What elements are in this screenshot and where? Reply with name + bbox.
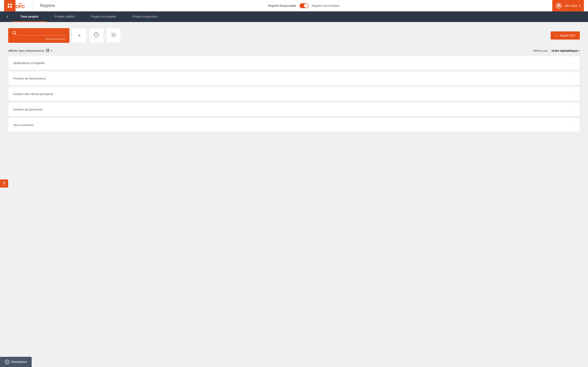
logo-area: my DPC Registre [16, 2, 55, 9]
back-button[interactable]: ‹ [4, 12, 10, 21]
svg-rect-9 [46, 49, 47, 50]
tab-projets-suspendus[interactable]: Projets suspendus [124, 11, 165, 22]
list-item-label: Fichiers de fournisseurs [13, 77, 46, 80]
export-dash-icon: — [555, 34, 558, 37]
filter-row: Afficher dans l'arborescence ▾ Afficher … [8, 49, 580, 53]
list-item-arrow-icon: › [573, 123, 575, 127]
display-tree-label: Afficher dans l'arborescence [8, 49, 44, 52]
logo-dpc: DPC [16, 4, 25, 9]
svg-rect-3 [10, 6, 12, 8]
svg-rect-2 [8, 6, 9, 8]
list-item-label: Gestion du personnel [13, 108, 43, 111]
nav-tabs: Tous projets Projets validés Projets inc… [12, 11, 165, 22]
navbar: ‹ Tous projets Projets validés Projets i… [0, 11, 588, 22]
sort-chevron-icon: ▾ [579, 49, 580, 52]
svg-rect-1 [10, 4, 12, 5]
list-item[interactable]: Jeux Concours › [8, 118, 580, 132]
toggle-right-label: Registre Sous-traitant [312, 4, 339, 7]
user-name: John Doe [564, 4, 577, 7]
toggle-left-label: Registre Responsable [268, 4, 296, 7]
svg-point-8 [112, 34, 114, 36]
export-csv-label: Export CSV [560, 34, 575, 37]
tab-tous-projets[interactable]: Tous projets [12, 11, 47, 22]
search-advanced-label: Recherche avancée [45, 38, 65, 40]
list-item-label: Jeux Concours [13, 123, 34, 127]
history-icon [93, 32, 99, 39]
search-box[interactable]: Recherche avancée [8, 28, 69, 43]
project-list: Applications et logiciels › Fichiers de … [8, 56, 580, 133]
user-menu[interactable]: John Doe ▾ [552, 0, 584, 11]
assistance-button[interactable]: ? Assistance [0, 357, 32, 367]
tab-projets-incomplets[interactable]: Projets incomplets [83, 11, 124, 22]
sort-value: Ordre alphabétique [552, 49, 578, 52]
grid-menu-button[interactable] [4, 0, 16, 11]
search-icon [12, 31, 17, 36]
help-icon: ? [3, 181, 5, 186]
svg-rect-10 [46, 50, 47, 51]
list-item-arrow-icon: › [573, 61, 575, 65]
sort-prefix: Afficher par : [533, 49, 549, 52]
list-item[interactable]: Gestion du personnel › [8, 102, 580, 116]
main-content: Recherche avancée + [0, 22, 588, 367]
list-item[interactable]: Applications et logiciels › [8, 56, 580, 70]
settings-icon [111, 32, 117, 39]
svg-rect-14 [47, 51, 49, 52]
list-item-label: Applications et logiciels [13, 61, 45, 65]
app-header: my DPC Registre Registre Responsable Reg… [0, 0, 588, 11]
svg-rect-11 [46, 51, 47, 52]
list-item-arrow-icon: › [573, 92, 575, 96]
user-avatar [555, 2, 562, 9]
list-item-label: Gestion des clients-prospects [13, 92, 53, 96]
display-tree-toggle[interactable]: Afficher dans l'arborescence ▾ [8, 49, 52, 53]
tree-chevron-icon: ▾ [51, 49, 52, 52]
svg-point-4 [558, 4, 560, 6]
svg-line-6 [15, 34, 16, 35]
list-item-arrow-icon: › [573, 76, 575, 81]
header-divider [32, 3, 33, 9]
toggle-switch[interactable] [300, 3, 309, 8]
history-button[interactable] [89, 28, 104, 43]
settings-button[interactable] [106, 28, 121, 43]
assistance-label: Assistance [11, 360, 27, 364]
help-button[interactable]: ? [0, 179, 8, 188]
header-toggle-area: Registre Responsable Registre Sous-trait… [55, 3, 552, 8]
export-csv-button[interactable]: — Export CSV [551, 31, 580, 40]
sort-dropdown[interactable]: Afficher par : Ordre alphabétique ▾ [533, 49, 580, 52]
tree-icon [46, 49, 49, 53]
assistance-icon: ? [5, 360, 9, 364]
logo: my DPC [16, 2, 25, 9]
svg-rect-12 [47, 49, 49, 50]
svg-rect-0 [8, 4, 9, 5]
svg-rect-13 [47, 50, 49, 51]
list-item[interactable]: Gestion des clients-prospects › [8, 87, 580, 101]
list-item-arrow-icon: › [573, 107, 575, 111]
add-icon: + [77, 32, 81, 39]
add-button[interactable]: + [72, 28, 86, 43]
search-input[interactable] [19, 32, 65, 35]
list-item[interactable]: Fichiers de fournisseurs › [8, 71, 580, 85]
tab-projets-valides[interactable]: Projets validés [47, 11, 83, 22]
user-chevron-icon: ▾ [579, 4, 581, 7]
toolbar-row: Recherche avancée + [8, 28, 580, 43]
header-title: Registre [40, 3, 55, 8]
